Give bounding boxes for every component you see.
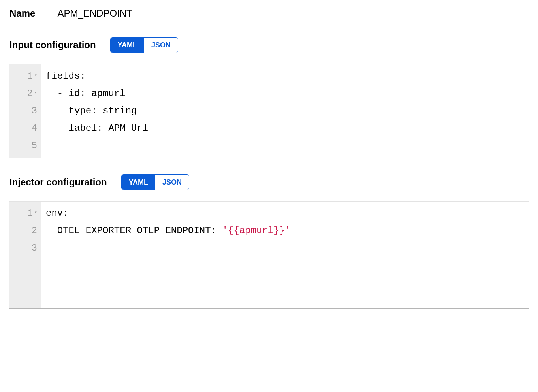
gutter-line: 4 bbox=[14, 120, 40, 137]
line-number: 3 bbox=[32, 239, 37, 257]
injector-config-label: Injector configuration bbox=[9, 177, 107, 188]
fold-toggle-icon[interactable]: ▾ bbox=[34, 67, 37, 84]
code-line[interactable]: label: APM Url bbox=[46, 120, 524, 137]
fold-toggle-icon[interactable]: ▾ bbox=[34, 84, 37, 102]
injector-config-header: Injector configuration YAML JSON bbox=[9, 174, 529, 190]
line-number: 5 bbox=[32, 137, 37, 155]
line-number: 4 bbox=[32, 120, 37, 137]
code-line[interactable]: fields: bbox=[46, 68, 524, 85]
code-line[interactable] bbox=[46, 137, 524, 155]
line-number: 2 bbox=[32, 222, 37, 239]
fold-toggle-icon[interactable]: ▾ bbox=[34, 204, 37, 221]
gutter-line: 1▾ bbox=[14, 205, 40, 222]
code-line[interactable]: env: bbox=[46, 205, 524, 222]
gutter-line: 3 bbox=[14, 239, 40, 257]
injector-config-code[interactable]: env: OTEL_EXPORTER_OTLP_ENDPOINT: '{{apm… bbox=[41, 202, 529, 308]
gutter-line: 2 bbox=[14, 222, 40, 239]
name-value: APM_ENDPOINT bbox=[57, 8, 132, 19]
code-string-token: '{{apmurl}}' bbox=[222, 225, 290, 236]
injector-config-format-toggle: YAML JSON bbox=[121, 174, 189, 190]
input-config-code[interactable]: fields: - id: apmurl type: string label:… bbox=[41, 64, 529, 158]
code-line[interactable] bbox=[46, 239, 524, 257]
line-number: 3 bbox=[32, 102, 37, 120]
code-line[interactable]: type: string bbox=[46, 102, 524, 120]
injector-config-yaml-button[interactable]: YAML bbox=[122, 175, 155, 190]
input-config-editor[interactable]: 1▾2▾345 fields: - id: apmurl type: strin… bbox=[9, 64, 529, 158]
input-config-header: Input configuration YAML JSON bbox=[9, 37, 529, 53]
code-line[interactable]: - id: apmurl bbox=[46, 85, 524, 102]
name-label: Name bbox=[9, 8, 35, 19]
gutter-line: 2▾ bbox=[14, 85, 40, 102]
line-number: 1 bbox=[27, 68, 32, 85]
input-config-yaml-button[interactable]: YAML bbox=[111, 38, 144, 53]
line-number: 1 bbox=[27, 205, 32, 222]
gutter-line: 1▾ bbox=[14, 68, 40, 85]
code-line[interactable]: OTEL_EXPORTER_OTLP_ENDPOINT: '{{apmurl}}… bbox=[46, 222, 524, 239]
input-config-gutter: 1▾2▾345 bbox=[9, 64, 41, 158]
gutter-line: 5 bbox=[14, 137, 40, 155]
input-config-json-button[interactable]: JSON bbox=[144, 38, 178, 53]
gutter-line: 3 bbox=[14, 102, 40, 120]
input-config-format-toggle: YAML JSON bbox=[110, 37, 178, 53]
code-token: env: bbox=[46, 208, 69, 219]
injector-config-gutter: 1▾23 bbox=[9, 202, 41, 308]
code-token: OTEL_EXPORTER_OTLP_ENDPOINT: bbox=[46, 225, 222, 236]
injector-config-json-button[interactable]: JSON bbox=[155, 175, 189, 190]
line-number: 2 bbox=[27, 85, 32, 102]
injector-config-editor[interactable]: 1▾23 env: OTEL_EXPORTER_OTLP_ENDPOINT: '… bbox=[9, 201, 529, 309]
name-row: Name APM_ENDPOINT bbox=[9, 8, 529, 19]
input-config-label: Input configuration bbox=[9, 40, 96, 51]
